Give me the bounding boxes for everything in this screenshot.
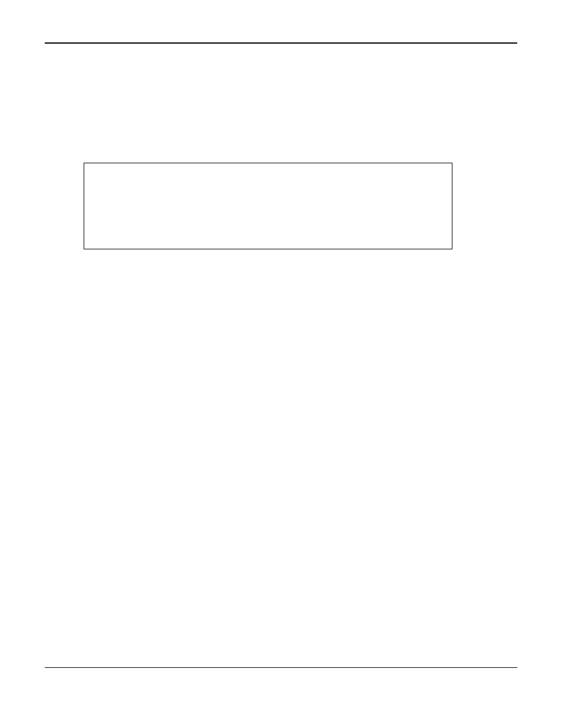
top-horizontal-rule: [45, 42, 517, 44]
content-box: [84, 163, 452, 249]
bottom-horizontal-rule: [45, 667, 517, 668]
